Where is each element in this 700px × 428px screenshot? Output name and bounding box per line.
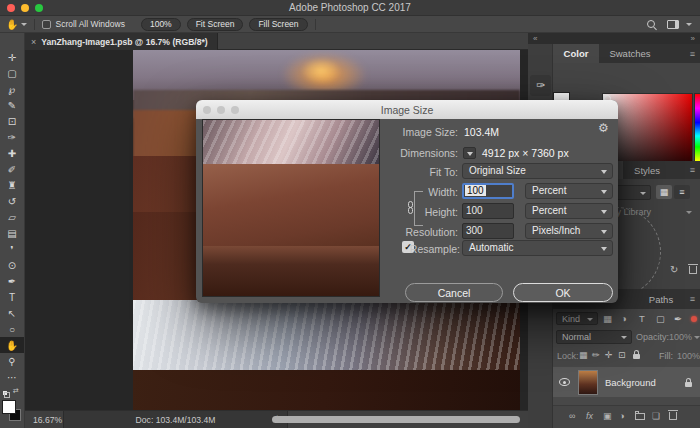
resample-dropdown[interactable]: Automatic <box>462 240 613 256</box>
rectangular-marquee-tool[interactable]: ▢ <box>0 65 24 81</box>
brush-tool[interactable]: ✐ <box>0 161 24 177</box>
tab-styles[interactable]: Styles <box>623 161 671 179</box>
ok-button[interactable]: OK <box>513 283 613 302</box>
cancel-button[interactable]: Cancel <box>405 283 503 302</box>
delete-layer-icon[interactable] <box>669 412 677 420</box>
layers-panel: Kind ▦ ◑ T ▢ ✒ Normal Opacity: 100% Lock… <box>553 309 700 428</box>
color-panel-tabs: Color Swatches ≡ <box>553 44 700 63</box>
lock-artboard-icon[interactable]: ⊡ <box>618 350 626 360</box>
height-label: Height: <box>338 206 458 218</box>
blur-tool[interactable]: ❜ <box>0 241 24 257</box>
dialog-titlebar[interactable]: Image Size <box>196 100 618 119</box>
horizontal-scrollbar-thumb[interactable] <box>272 416 520 423</box>
list-view-button[interactable]: ≡ <box>674 185 690 199</box>
brushes-panel-icon[interactable]: ✑ <box>530 75 551 96</box>
scroll-all-windows-checkbox[interactable] <box>42 20 51 29</box>
resolution-field[interactable]: 300 <box>462 223 514 239</box>
fit-to-dropdown[interactable]: Original Size <box>462 163 613 179</box>
image-size-value: 103.4M <box>464 126 499 138</box>
height-field[interactable]: 100 <box>462 203 514 219</box>
lasso-tool[interactable]: ℘ <box>0 81 24 97</box>
width-field[interactable]: 100 <box>462 183 514 199</box>
path-selection-tool[interactable]: ↖ <box>0 305 24 321</box>
layer-name[interactable]: Background <box>605 377 656 388</box>
type-tool[interactable]: T <box>0 289 24 305</box>
panel-menu-icon[interactable]: ≡ <box>690 49 695 59</box>
filter-adjustment-layers-icon[interactable]: ◑ <box>621 313 627 324</box>
photoshop-window: Adobe Photoshop CC 2017 ✋ Scroll All Win… <box>0 0 700 428</box>
crop-tool[interactable]: ⊡ <box>0 113 24 129</box>
layer-visibility-eye-icon[interactable] <box>559 378 570 386</box>
filter-type-layers-icon[interactable]: T <box>639 313 645 324</box>
swap-colors-icon[interactable]: ⇄ <box>13 387 19 395</box>
panel-menu-icon[interactable]: ≡ <box>690 294 695 304</box>
lock-position-icon[interactable]: ✛ <box>605 350 613 360</box>
tab-color[interactable]: Color <box>553 44 599 63</box>
tab-swatches[interactable]: Swatches <box>599 44 661 63</box>
tool-preset-chevron-icon[interactable] <box>21 23 27 26</box>
zoom-level-field[interactable]: 16.67% <box>33 415 62 425</box>
grid-view-button[interactable]: ▦ <box>656 185 672 199</box>
new-layer-icon[interactable]: ❏ <box>652 411 660 421</box>
spot-healing-brush-tool[interactable]: ✚ <box>0 145 24 161</box>
new-group-icon[interactable] <box>635 413 645 420</box>
blend-mode-dropdown[interactable]: Normal <box>556 330 632 344</box>
link-layers-icon[interactable]: ∞ <box>569 411 575 421</box>
default-colors-icon[interactable] <box>3 391 10 398</box>
ellipse-tool[interactable]: ○ <box>0 321 24 337</box>
collapse-panels-icon[interactable]: « <box>533 34 537 43</box>
layer-mask-icon[interactable]: ▣ <box>603 411 612 421</box>
zoom-tool[interactable]: ⚲ <box>0 353 24 369</box>
document-info[interactable]: Doc: 103.4M/103.4M › <box>63 411 288 428</box>
filter-shape-layers-icon[interactable]: ▢ <box>656 313 665 324</box>
history-brush-tool[interactable]: ↺ <box>0 193 24 209</box>
gear-menu-icon[interactable]: ⚙ <box>598 121 609 135</box>
eraser-tool[interactable]: ▱ <box>0 209 24 225</box>
workspace-chevron-icon[interactable] <box>686 23 692 26</box>
delete-library-item-icon[interactable] <box>689 266 697 274</box>
divider <box>315 19 316 30</box>
fill-screen-button[interactable]: Fill Screen <box>249 18 307 31</box>
adjustment-layer-icon[interactable]: ◑ <box>619 411 624 421</box>
layer-row-background[interactable]: Background <box>553 367 700 397</box>
quick-selection-tool[interactable]: ✎ <box>0 97 24 113</box>
filter-pixel-layers-icon[interactable]: ▦ <box>603 313 612 324</box>
opacity-chevron-icon[interactable] <box>694 336 700 339</box>
eyedropper-tool[interactable]: ✑ <box>0 129 24 145</box>
resolution-unit-dropdown[interactable]: Pixels/Inch <box>525 223 613 239</box>
lock-transparency-icon[interactable]: ▦ <box>579 350 588 360</box>
edit-toolbar-button[interactable]: ⋯ <box>0 369 24 385</box>
width-unit-dropdown[interactable]: Percent <box>525 183 613 199</box>
hand-tool[interactable]: ✋ <box>0 337 24 353</box>
lock-all-icon[interactable] <box>633 354 640 359</box>
opacity-label: Opacity: <box>636 332 669 342</box>
workspace-switcher-icon[interactable] <box>667 20 679 29</box>
layer-thumbnail[interactable] <box>578 370 598 395</box>
panel-menu-icon[interactable]: ≡ <box>690 165 695 175</box>
close-tab-icon[interactable]: × <box>31 37 36 47</box>
gradient-tool[interactable]: ▤ <box>0 225 24 241</box>
move-tool[interactable]: ✛ <box>0 49 24 65</box>
tab-paths[interactable]: Paths <box>638 289 684 309</box>
dodge-tool[interactable]: ⊙ <box>0 257 24 273</box>
opacity-value[interactable]: 100% <box>669 332 692 342</box>
fill-label: Fill: <box>659 351 673 361</box>
foreground-color-swatch[interactable] <box>3 401 15 413</box>
fill-value[interactable]: 100% <box>677 351 700 361</box>
dock-header: « » <box>528 33 700 44</box>
fit-screen-button[interactable]: Fit Screen <box>187 18 244 31</box>
search-icon[interactable] <box>647 20 655 28</box>
filter-smart-objects-icon[interactable]: ✒ <box>674 313 682 324</box>
dimensions-unit-dropdown[interactable] <box>463 147 476 159</box>
height-unit-dropdown[interactable]: Percent <box>525 203 613 219</box>
filter-toggle-icon[interactable] <box>691 316 697 322</box>
pen-tool[interactable]: ✒ <box>0 273 24 289</box>
expand-panels-icon[interactable]: » <box>691 34 695 43</box>
layer-style-icon[interactable]: fx <box>586 411 593 421</box>
layer-filter-dropdown[interactable]: Kind <box>556 312 598 325</box>
sync-library-icon[interactable]: ↻ <box>670 264 678 275</box>
zoom-100-button[interactable]: 100% <box>141 18 181 31</box>
clone-stamp-tool[interactable]: ♜ <box>0 177 24 193</box>
lock-pixels-icon[interactable]: ✏ <box>592 350 600 360</box>
document-tab[interactable]: × YanZhang-Image1.psb @ 16.7% (RGB/8*) <box>25 33 218 50</box>
